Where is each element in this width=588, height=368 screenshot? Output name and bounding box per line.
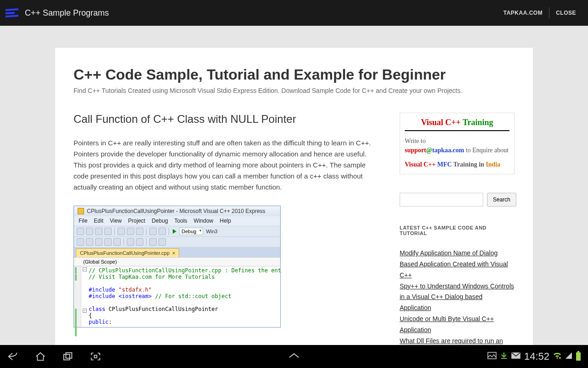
promo-training2: Training [453,161,477,168]
picture-icon [487,352,497,361]
promo-to: to Enquire about [464,147,509,154]
page-subtitle: Find C++ Tutorials Created using Microso… [74,87,514,94]
svg-rect-2 [94,355,97,358]
tb-icon[interactable] [136,238,143,246]
scope-dropdown[interactable]: (Global Scope) [74,257,280,266]
code-line: public [89,319,108,325]
save-all-icon[interactable] [104,228,112,235]
article: Call Function of C++ Class with NULL Poi… [74,113,372,346]
code-line: #include [89,293,119,299]
promo-training: Training [463,118,493,127]
code-line: // For std::cout object [152,293,231,299]
editor-tab[interactable]: CPlusPlusFunctionCallUsingPointer.cpp × [76,248,179,257]
config-combo[interactable]: Debug [179,228,203,235]
code-line: // Visit TapKaa.com for More Tutorials [89,274,215,280]
promo-box: Visual C++ Training Write to support@tap… [400,113,514,174]
svg-point-7 [559,357,561,359]
menu-window[interactable]: Window [194,218,214,224]
screenshot-icon[interactable] [90,351,101,362]
code-line: "stdafx.h" [119,287,152,293]
change-mark [75,267,77,274]
promo-domain: tapkaa.com [432,147,464,154]
menu-tools[interactable]: Tools [175,218,187,224]
code-editor[interactable]: − // CPlusPlusFunctionCallUsingPointer.c… [74,266,280,327]
page-title: C++ Code Sample, Tutorial and Example fo… [74,66,514,83]
menu-edit[interactable]: Edit [94,218,103,224]
status-tray: 14:52 [487,351,581,362]
code-line: CPlusPlusFunctionCallUsingPointer [105,306,218,312]
svg-point-6 [557,357,558,359]
promo-title: Visual C++ Training [405,118,509,131]
separator [114,228,115,235]
battery-icon [576,352,581,361]
svg-rect-1 [66,353,72,358]
sidebar: Visual C++ Training Write to support@tap… [400,113,514,346]
open-icon[interactable] [86,228,93,235]
tb-icon[interactable] [127,238,134,246]
back-icon[interactable] [7,351,18,362]
tb-icon[interactable] [113,238,121,246]
latest-title: LATEST C++ SAMPLE CODE AND TUTORIAL [400,225,514,236]
tb-icon[interactable] [86,238,93,246]
paste-icon[interactable] [136,228,143,235]
code-line: <iostream> [119,293,152,299]
promo-mfc: MFC [437,161,452,168]
menu-icon[interactable] [6,8,18,17]
separator [146,228,147,235]
tapkaa-link[interactable]: TAPKAA.COM [497,10,549,16]
menu-file[interactable]: File [79,218,87,224]
download-icon [500,352,508,361]
promo-vcpp2: Visual C++ [405,161,435,168]
cut-icon[interactable] [118,228,125,235]
tb-icon[interactable] [149,238,157,246]
promo-write: Write to [405,138,426,144]
article-title: Call Function of C++ Class with NULL Poi… [74,113,372,126]
wifi-icon [553,352,561,361]
new-icon[interactable] [77,228,84,235]
recent-apps-icon[interactable] [62,351,74,362]
promo-text: Write to support@tapkaa.com to Enquire a… [405,137,509,155]
latest-list: Modify Application Name of Dialog Based … [400,248,514,346]
menu-debug[interactable]: Debug [152,218,168,224]
search-input[interactable] [400,193,483,207]
copy-icon[interactable] [127,228,134,235]
redo-icon[interactable] [158,228,166,235]
save-icon[interactable] [95,228,102,235]
undo-icon[interactable] [149,228,157,235]
code-line: // CPlusPlusFunctionCallUsingPointer.cpp… [89,267,281,274]
top-bar: C++ Sample Programs TAPKAA.COM CLOSE [0,0,588,26]
separator [124,238,124,246]
close-button[interactable]: CLOSE [549,10,582,16]
bottom-nav-bar: 14:52 [0,345,588,368]
mail-icon [511,352,520,361]
vs-toolbar-2 [74,237,280,247]
close-tab-icon[interactable]: × [172,250,175,256]
tb-icon[interactable] [158,238,166,246]
promo-block-2: Visual C++ MFC Training in India [405,161,509,168]
code-line: class [89,306,105,312]
fold-icon[interactable]: − [83,309,87,313]
tb-icon[interactable] [77,238,84,246]
page-content: C++ Code Sample, Tutorial and Example fo… [55,48,533,368]
article-body: Pointers in C++ are really interesting s… [74,138,372,193]
tb-icon[interactable] [104,238,112,246]
search-button[interactable]: Search [487,193,516,207]
change-mark [75,309,77,336]
latest-link[interactable]: Spy++ to Understand Windows Controls in … [400,281,514,314]
start-debug-icon[interactable] [173,229,176,234]
tb-icon[interactable] [95,238,102,246]
latest-link[interactable]: Unicode or Multi Byte Visual C++ Applica… [400,314,514,336]
menu-help[interactable]: Help [220,218,231,224]
vs-tab-row: CPlusPlusFunctionCallUsingPointer.cpp × [74,247,280,257]
clock: 14:52 [524,351,549,362]
code-line: #include [89,287,119,293]
promo-email: support [405,147,426,154]
menu-view[interactable]: View [110,218,122,224]
vs-window-title: CPlusPlusFunctionCallUsingPointer - Micr… [87,208,266,214]
home-icon[interactable] [35,351,46,362]
latest-link[interactable]: Modify Application Name of Dialog Based … [400,248,514,281]
fold-icon[interactable]: − [83,267,87,271]
expand-icon[interactable] [288,352,300,361]
menu-project[interactable]: Project [128,218,145,224]
vs-titlebar: CPlusPlusFunctionCallUsingPointer - Micr… [74,206,280,216]
